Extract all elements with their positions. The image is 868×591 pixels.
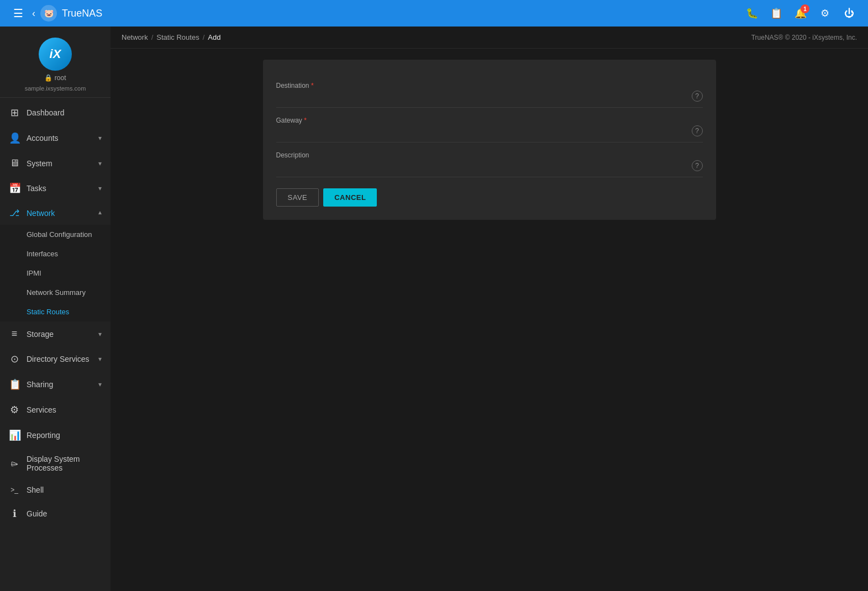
- breadcrumb-sep-2: /: [203, 33, 205, 41]
- sidebar-sub-item-static-routes[interactable]: Static Routes: [0, 302, 111, 321]
- description-help-icon[interactable]: ?: [692, 160, 703, 171]
- network-icon: ⎇: [9, 208, 20, 218]
- guide-icon: ℹ: [9, 508, 20, 520]
- sidebar-sub-item-interfaces[interactable]: Interfaces: [0, 244, 111, 263]
- gateway-field: Gateway * ?: [276, 108, 703, 143]
- topbar-icons: 🐛 📋 🔔 1 ⚙ ⏻: [742, 3, 859, 23]
- gateway-label: Gateway *: [276, 117, 687, 124]
- sidebar-item-network[interactable]: ⎇ Network ▾: [0, 201, 111, 225]
- cancel-button[interactable]: CANCEL: [323, 188, 377, 207]
- app-logo: 🐷 TrueNAS: [40, 4, 134, 22]
- sidebar-item-reporting[interactable]: 📊 Reporting: [0, 423, 111, 448]
- chevron-down-icon: ▾: [98, 184, 102, 192]
- chevron-down-icon: ▾: [98, 160, 102, 167]
- sidebar-item-label: Network: [27, 209, 92, 218]
- submenu-label: Static Routes: [27, 308, 69, 316]
- sidebar-item-label: Shell: [27, 486, 102, 494]
- required-marker: *: [311, 82, 314, 89]
- alerts-button[interactable]: 🔔 1: [791, 3, 811, 23]
- submenu-label: Global Configuration: [27, 230, 92, 239]
- sidebar: iX 🔒 root sample.ixsystems.com ⊞ Dashboa…: [0, 27, 111, 591]
- settings-button[interactable]: ⚙: [815, 3, 835, 23]
- description-input[interactable]: [276, 161, 687, 175]
- directory-services-icon: ⊙: [9, 353, 20, 365]
- description-label: Description: [276, 151, 687, 159]
- network-submenu: Global Configuration Interfaces IPMI Net…: [0, 225, 111, 321]
- chevron-down-icon: ▾: [98, 330, 102, 338]
- sidebar-item-shell[interactable]: >_ Shell: [0, 479, 111, 501]
- sidebar-item-guide[interactable]: ℹ Guide: [0, 501, 111, 526]
- sidebar-item-label: Guide: [27, 509, 102, 518]
- gateway-input[interactable]: [276, 126, 687, 140]
- sidebar-item-label: Reporting: [27, 431, 102, 440]
- breadcrumb-network[interactable]: Network: [122, 33, 148, 41]
- sidebar-item-system[interactable]: 🖥 System ▾: [0, 151, 111, 176]
- changelog-button[interactable]: 📋: [766, 3, 786, 23]
- app-name: TrueNAS: [62, 8, 102, 19]
- sidebar-item-label: Dashboard: [27, 108, 102, 117]
- changelog-icon: 📋: [770, 7, 782, 19]
- services-icon: ⚙: [9, 404, 20, 416]
- sharing-icon: 📋: [9, 378, 20, 391]
- chevron-down-icon: ▾: [98, 381, 102, 388]
- sidebar-item-label: Services: [27, 405, 102, 414]
- sidebar-item-label: Sharing: [27, 380, 92, 389]
- description-field: Description ?: [276, 143, 703, 177]
- sidebar-item-dashboard[interactable]: ⊞ Dashboard: [0, 100, 111, 125]
- hamburger-button[interactable]: ☰: [9, 4, 28, 22]
- sidebar-item-label: Directory Services: [27, 355, 92, 363]
- breadcrumb-left: Network / Static Routes / Add: [122, 33, 220, 41]
- avatar: iX: [39, 38, 72, 71]
- sidebar-item-accounts[interactable]: 👤 Accounts ▾: [0, 125, 111, 151]
- chevron-up-icon: ▾: [98, 209, 102, 217]
- sidebar-item-sharing[interactable]: 📋 Sharing ▾: [0, 372, 111, 397]
- breadcrumb: Network / Static Routes / Add TrueNAS® ©…: [111, 27, 868, 49]
- gear-icon: ⚙: [820, 7, 829, 19]
- lock-indicator: 🔒 root: [44, 74, 66, 82]
- sidebar-item-label: System: [27, 159, 92, 168]
- storage-icon: ≡: [9, 328, 20, 340]
- sidebar-item-storage[interactable]: ≡ Storage ▾: [0, 321, 111, 346]
- tasks-icon: 📅: [9, 182, 20, 194]
- user-profile: iX 🔒 root sample.ixsystems.com: [0, 27, 111, 98]
- main-content: Destination * ? Gateway *: [111, 49, 868, 591]
- breadcrumb-static-routes[interactable]: Static Routes: [156, 33, 199, 41]
- destination-input[interactable]: [276, 92, 687, 105]
- feedback-button[interactable]: 🐛: [742, 3, 762, 23]
- feedback-icon: 🐛: [746, 7, 758, 19]
- sidebar-item-services[interactable]: ⚙ Services: [0, 397, 111, 423]
- sidebar-item-label: Tasks: [27, 184, 92, 193]
- destination-help-icon[interactable]: ?: [692, 91, 703, 102]
- form-actions: SAVE CANCEL: [276, 177, 703, 207]
- sidebar-item-tasks[interactable]: 📅 Tasks ▾: [0, 176, 111, 201]
- sidebar-item-directory-services[interactable]: ⊙ Directory Services ▾: [0, 346, 111, 372]
- submenu-label: Interfaces: [27, 250, 58, 258]
- form-card: Destination * ? Gateway *: [263, 60, 716, 220]
- breadcrumb-copyright: TrueNAS® © 2020 - iXsystems, Inc.: [751, 34, 857, 41]
- alerts-badge: 1: [801, 4, 809, 13]
- processes-icon: ⌲: [9, 459, 20, 468]
- sidebar-sub-item-ipmi[interactable]: IPMI: [0, 263, 111, 283]
- accounts-icon: 👤: [9, 132, 20, 144]
- breadcrumb-current: Add: [208, 33, 220, 41]
- submenu-label: Network Summary: [27, 288, 86, 297]
- breadcrumb-sep-1: /: [151, 33, 154, 41]
- back-button[interactable]: ‹: [28, 6, 40, 22]
- topbar: ☰ ‹ 🐷 TrueNAS 🐛 📋 🔔 1 ⚙ ⏻: [0, 0, 868, 27]
- sidebar-item-label: Accounts: [27, 134, 92, 143]
- sidebar-item-display-system-processes[interactable]: ⌲ Display System Processes: [0, 448, 111, 479]
- required-marker: *: [304, 117, 307, 124]
- power-icon: ⏻: [844, 8, 854, 19]
- sidebar-sub-item-network-summary[interactable]: Network Summary: [0, 283, 111, 302]
- system-icon: 🖥: [9, 157, 20, 169]
- truenas-logo-icon: 🐷: [40, 4, 57, 22]
- gateway-help-icon[interactable]: ?: [692, 125, 703, 136]
- chevron-down-icon: ▾: [98, 134, 102, 142]
- power-button[interactable]: ⏻: [839, 3, 859, 23]
- save-button[interactable]: SAVE: [276, 188, 319, 207]
- shell-icon: >_: [9, 486, 20, 494]
- destination-field: Destination * ?: [276, 73, 703, 108]
- sidebar-sub-item-global-configuration[interactable]: Global Configuration: [0, 225, 111, 244]
- sidebar-item-label: Display System Processes: [27, 455, 102, 472]
- submenu-label: IPMI: [27, 269, 41, 277]
